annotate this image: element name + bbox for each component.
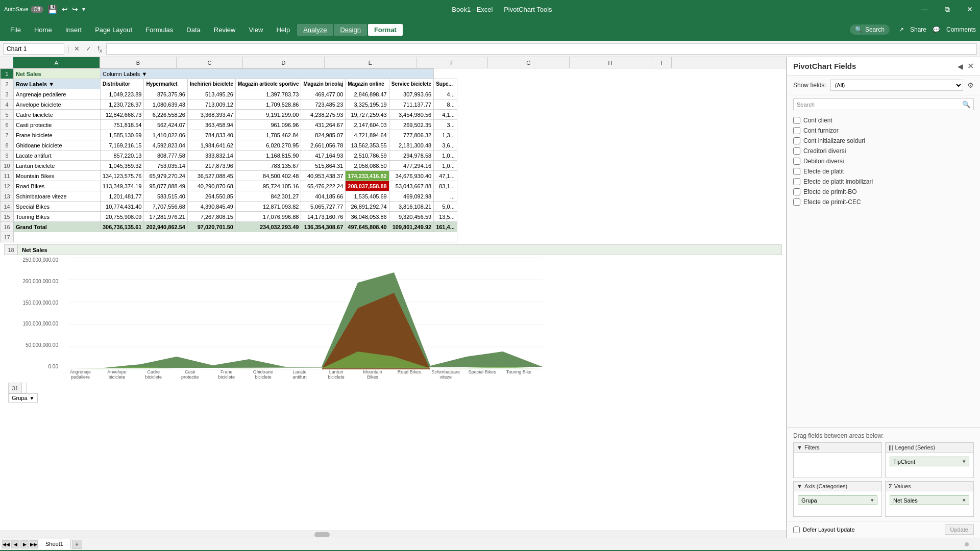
cell-g10: 2,058,088.50 [346, 161, 389, 171]
grupa-chip[interactable]: Grupa ▾ [798, 495, 877, 505]
field-checkbox-efecte-platit-imob[interactable] [793, 178, 800, 185]
sheet-scrollbar [965, 542, 980, 546]
filters-area[interactable]: ▼ Filters [793, 442, 882, 478]
field-checkbox-cont-init[interactable] [793, 137, 800, 144]
restore-button[interactable]: ⧉ [941, 3, 953, 15]
add-sheet-button[interactable]: + [72, 540, 82, 549]
cell-a16: Grand Total [14, 222, 101, 232]
chart-label: Net Sales [18, 245, 782, 255]
field-checkbox-efecte-platit[interactable] [793, 168, 800, 175]
panel-collapse-icon[interactable]: ◀ [958, 62, 963, 70]
col-header-i[interactable]: I [651, 57, 672, 68]
titlebar: AutoSave Off 💾 ↩ ↪ ▾ Book1 - Excel Pivot… [0, 0, 980, 18]
field-checkbox-creditori[interactable] [793, 147, 800, 155]
col-header-c[interactable]: C [177, 57, 243, 68]
col-header-d[interactable]: D [243, 57, 325, 68]
settings-icon[interactable]: ⚙ [967, 81, 974, 89]
ribbon-search[interactable]: 🔍 Search [850, 24, 890, 35]
tab-format[interactable]: Format [368, 24, 403, 36]
formula-input[interactable] [106, 43, 977, 55]
field-checkbox-efecte-primit-bo[interactable] [793, 188, 800, 195]
autosave-toggle[interactable]: Off [31, 6, 43, 13]
save-icon[interactable]: 💾 [47, 5, 58, 14]
redo-icon[interactable]: ↪ [72, 5, 78, 13]
confirm-icon[interactable]: ✓ [84, 44, 93, 54]
filters-icon: ▼ [797, 444, 802, 450]
sheet-nav-next[interactable]: ▶ [20, 540, 29, 548]
cell-f7: 824,985.07 [301, 130, 346, 140]
cell-b1[interactable]: Column Labels ▼ [101, 69, 434, 79]
cell-a2[interactable]: Row Labels ▼ [14, 79, 101, 89]
cell-d9: 333,832.14 [187, 151, 235, 161]
legend-area[interactable]: ||| Legend (Series) TipClient ▾ [885, 442, 974, 478]
cell-f11: 40,953,438.37 [301, 171, 346, 181]
sheet-tab-sheet1[interactable]: Sheet1 [38, 539, 71, 549]
show-fields-select[interactable]: (All) [830, 80, 963, 91]
function-icon[interactable]: fx [95, 43, 104, 55]
tab-analyze[interactable]: Analyze [297, 24, 333, 36]
defer-checkbox[interactable] [793, 527, 800, 533]
tab-file[interactable]: File [4, 24, 27, 36]
panel-close-button[interactable]: ✕ [967, 61, 974, 71]
sheet-nav-first[interactable]: ◀◀ [2, 540, 10, 548]
net-sales-chip[interactable]: Net Sales ▾ [890, 495, 969, 505]
tipclient-dropdown-icon[interactable]: ▾ [963, 458, 966, 465]
chart-container[interactable]: 18 Net Sales 250,000,000.00 200,000,000.… [0, 242, 786, 405]
tab-help[interactable]: Help [270, 24, 296, 36]
field-checkbox-debitori[interactable] [793, 158, 800, 165]
tab-view[interactable]: View [242, 24, 269, 36]
grupa-chip-dropdown-icon[interactable]: ▾ [871, 497, 874, 504]
field-item-efecte-primit-bo: Efecte de primit-BO [793, 187, 974, 197]
axis-drop-zone[interactable]: Grupa ▾ [794, 491, 881, 509]
values-drop-zone[interactable]: Net Sales ▾ [886, 491, 973, 509]
share-label[interactable]: Share [910, 26, 926, 33]
net-sales-dropdown-icon[interactable]: ▾ [963, 497, 966, 504]
field-checkbox-efecte-primit-cec[interactable] [793, 198, 800, 206]
tab-design[interactable]: Design [334, 24, 366, 36]
minimize-button[interactable]: — [919, 3, 931, 15]
panel-search-input[interactable] [794, 100, 959, 109]
undo-icon[interactable]: ↩ [62, 5, 68, 13]
tab-home[interactable]: Home [28, 24, 58, 36]
close-button[interactable]: ✕ [964, 3, 976, 15]
cell-a1[interactable]: Net Sales [14, 69, 101, 79]
cell-i14: 5,0... [434, 202, 457, 212]
grupa-dropdown-icon[interactable]: ▼ [30, 395, 35, 401]
sheet-scroll-thumb[interactable] [965, 542, 969, 546]
panel-header: PivotChart Fields ◀ ✕ [787, 57, 980, 76]
tab-page-layout[interactable]: Page Layout [89, 24, 138, 36]
field-checkbox-cont-client[interactable] [793, 117, 800, 124]
show-fields-label: Show fields: [793, 82, 826, 89]
corner-cell [0, 57, 13, 68]
scrollbar-thumb[interactable] [314, 532, 330, 537]
comments-label[interactable]: Comments [946, 26, 976, 33]
sheet-nav-prev[interactable]: ◀ [11, 540, 19, 548]
col-header-f[interactable]: F [416, 57, 488, 68]
col-header-e[interactable]: E [325, 57, 416, 68]
legend-drop-zone[interactable]: TipClient ▾ [886, 453, 973, 470]
tab-data[interactable]: Data [180, 24, 206, 36]
col-header-h[interactable]: H [570, 57, 651, 68]
main-area: A B C D E F G H I 1 Net Sales Column Lab… [0, 57, 980, 538]
values-area[interactable]: Σ Values Net Sales ▾ [885, 481, 974, 517]
axis-area[interactable]: ▼ Axis (Categories) Grupa ▾ [793, 481, 882, 517]
col-header-a[interactable]: A [13, 57, 100, 68]
grupa-filter-button[interactable]: Grupa ▼ [8, 393, 38, 403]
name-box[interactable] [3, 43, 64, 55]
tab-formulas[interactable]: Formulas [139, 24, 179, 36]
tab-insert[interactable]: Insert [59, 24, 88, 36]
cell-g11: 174,233,416.82 [346, 171, 389, 181]
col-header-g[interactable]: G [488, 57, 570, 68]
sheet-nav-last[interactable]: ▶▶ [30, 540, 38, 548]
tab-review[interactable]: Review [208, 24, 242, 36]
customize-icon[interactable]: ▾ [82, 6, 85, 13]
field-checkbox-cont-furnizor[interactable] [793, 127, 800, 134]
tipclient-chip[interactable]: TipClient ▾ [890, 457, 969, 466]
cell-g6: 2,147,604.03 [346, 120, 389, 130]
filters-drop-zone[interactable] [794, 453, 881, 473]
cell-f3: 469,477.00 [301, 89, 346, 99]
cancel-icon[interactable]: ✕ [72, 44, 82, 54]
col-header-b[interactable]: B [100, 57, 177, 68]
update-button[interactable]: Update [945, 524, 974, 535]
horizontal-scrollbar[interactable] [0, 531, 786, 538]
